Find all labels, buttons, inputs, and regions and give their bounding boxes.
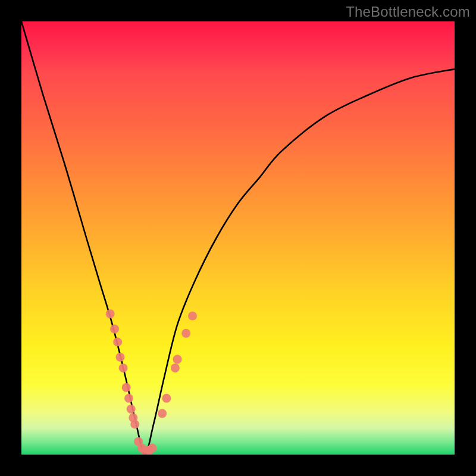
data-marker: [158, 409, 167, 418]
data-marker: [162, 394, 171, 403]
data-marker: [181, 329, 190, 338]
bottleneck-curve: [21, 21, 455, 455]
chart-frame: TheBottleneck.com: [0, 0, 476, 476]
data-marker: [124, 394, 133, 403]
data-marker: [110, 324, 119, 333]
data-marker: [119, 364, 128, 372]
watermark-text: TheBottleneck.com: [346, 4, 470, 20]
data-marker: [127, 405, 136, 414]
data-marker: [115, 353, 124, 362]
data-marker: [171, 364, 180, 372]
data-marker: [188, 312, 197, 321]
data-marker: [130, 420, 139, 429]
data-marker: [113, 337, 122, 346]
chart-svg: [21, 21, 455, 455]
data-marker: [148, 444, 156, 453]
data-marker: [106, 309, 115, 318]
data-marker: [122, 383, 131, 392]
data-marker: [173, 355, 182, 364]
chart-plot-area: [21, 21, 455, 455]
